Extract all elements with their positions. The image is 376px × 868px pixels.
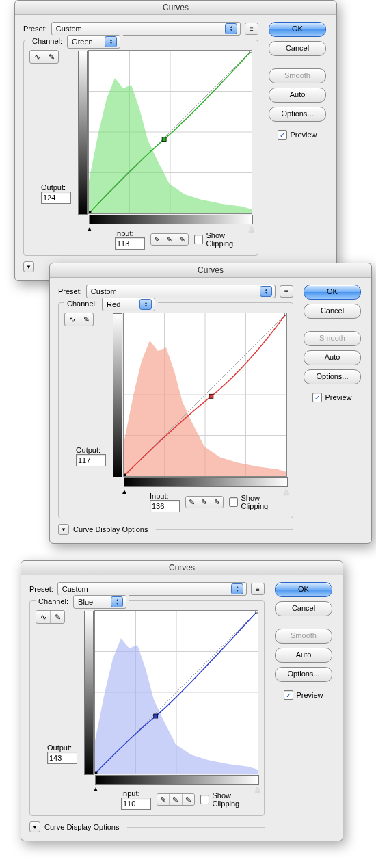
preset-value: Custom bbox=[56, 25, 82, 33]
chevron-updown-icon: ▴▾ bbox=[105, 36, 117, 47]
chevron-updown-icon: ▴▾ bbox=[225, 23, 237, 34]
output-label: Output: bbox=[41, 183, 71, 192]
curve-point-black[interactable] bbox=[95, 772, 97, 774]
options-button[interactable]: Options... bbox=[275, 667, 332, 682]
preset-select[interactable]: Custom ▴▾ bbox=[51, 22, 241, 36]
checkbox-icon bbox=[194, 235, 204, 244]
curve-point-white[interactable] bbox=[250, 51, 252, 53]
channel-value: Blue bbox=[78, 598, 93, 606]
input-field[interactable] bbox=[115, 237, 145, 250]
white-slider-icon[interactable]: △ bbox=[249, 225, 254, 233]
output-label: Output: bbox=[76, 446, 106, 454]
curve-point-tool-icon[interactable]: ∿ bbox=[36, 611, 51, 623]
preview-checkbox[interactable]: ✓ Preview bbox=[284, 690, 323, 700]
auto-button[interactable]: Auto bbox=[275, 648, 332, 663]
divider bbox=[127, 827, 265, 828]
curve-point-white[interactable] bbox=[284, 313, 286, 315]
options-button[interactable]: Options... bbox=[269, 107, 326, 122]
curve-pencil-tool-icon[interactable]: ✎ bbox=[44, 51, 58, 63]
curve-point-black[interactable] bbox=[89, 211, 91, 213]
preset-value: Custom bbox=[62, 585, 88, 593]
channel-select[interactable]: Blue ▴▾ bbox=[73, 595, 126, 609]
white-slider-icon[interactable]: △ bbox=[255, 785, 260, 793]
black-eyedropper-icon[interactable]: ✎ bbox=[186, 497, 198, 508]
curves-dialog-red: Curves Preset: Custom ▴▾ ≡ Channel: Red bbox=[49, 263, 372, 544]
output-gradient bbox=[78, 51, 88, 215]
input-gradient bbox=[124, 477, 288, 487]
preset-menu-button[interactable]: ≡ bbox=[245, 23, 258, 35]
channel-select[interactable]: Red ▴▾ bbox=[102, 298, 155, 311]
curve-point-mid[interactable] bbox=[162, 137, 166, 142]
curve-display-options-disclosure[interactable]: ▼ Curve Display Options bbox=[58, 524, 293, 535]
channel-select[interactable]: Green ▴▾ bbox=[67, 35, 120, 49]
ok-button[interactable]: OK bbox=[304, 285, 361, 300]
preview-checkbox[interactable]: ✓ Preview bbox=[278, 130, 317, 140]
gray-eyedropper-icon[interactable]: ✎ bbox=[170, 794, 182, 805]
preset-select[interactable]: Custom ▴▾ bbox=[57, 582, 247, 596]
gray-eyedropper-icon[interactable]: ✎ bbox=[198, 497, 211, 508]
input-field[interactable] bbox=[150, 500, 180, 512]
cancel-button[interactable]: Cancel bbox=[269, 41, 326, 56]
smooth-button[interactable]: Smooth bbox=[269, 68, 326, 83]
eyedropper-group: ✎ ✎ ✎ bbox=[150, 233, 189, 246]
output-field[interactable] bbox=[76, 454, 106, 466]
ok-button[interactable]: OK bbox=[269, 22, 326, 37]
black-eyedropper-icon[interactable]: ✎ bbox=[157, 794, 170, 805]
white-eyedropper-icon[interactable]: ✎ bbox=[183, 794, 194, 805]
preset-menu-button[interactable]: ≡ bbox=[280, 285, 293, 298]
show-clipping-checkbox[interactable]: Show Clipping bbox=[200, 791, 258, 808]
curve-point-mid[interactable] bbox=[209, 394, 213, 398]
curve-point-tool-icon[interactable]: ∿ bbox=[65, 313, 79, 326]
disclosure-label: Curve Display Options bbox=[44, 823, 119, 831]
white-eyedropper-icon[interactable]: ✎ bbox=[211, 497, 223, 508]
channel-label: Channel: bbox=[38, 597, 68, 605]
preview-checkbox[interactable]: ✓ Preview bbox=[312, 393, 351, 402]
dialog-title: Curves bbox=[50, 263, 371, 278]
curve-tool-group: ∿ ✎ bbox=[64, 313, 94, 326]
smooth-button[interactable]: Smooth bbox=[275, 629, 332, 644]
checkbox-icon bbox=[229, 497, 239, 507]
curve-graph[interactable]: ▲ △ Output: bbox=[94, 610, 258, 774]
black-slider-icon[interactable]: ▲ bbox=[86, 225, 93, 233]
chevron-updown-icon: ▴▾ bbox=[260, 286, 272, 297]
channel-value: Red bbox=[107, 300, 120, 308]
curve-point-black[interactable] bbox=[124, 474, 126, 476]
curve-graph[interactable]: ▲ △ Output: bbox=[123, 313, 287, 477]
curve-pencil-tool-icon[interactable]: ✎ bbox=[51, 611, 64, 623]
curve-graph[interactable]: ▲ △ Output: bbox=[88, 50, 252, 214]
white-slider-icon[interactable]: △ bbox=[284, 488, 289, 495]
cancel-button[interactable]: Cancel bbox=[304, 304, 361, 319]
gray-eyedropper-icon[interactable]: ✎ bbox=[163, 234, 176, 245]
chevron-updown-icon: ▴▾ bbox=[111, 596, 123, 607]
black-slider-icon[interactable]: ▲ bbox=[92, 785, 99, 793]
curve-point-mid[interactable] bbox=[154, 714, 158, 718]
output-field[interactable] bbox=[47, 752, 77, 764]
preset-label: Preset: bbox=[58, 287, 82, 295]
curve-display-options-disclosure[interactable]: ▼ Curve Display Options bbox=[29, 821, 265, 832]
ok-button[interactable]: OK bbox=[275, 582, 332, 597]
curve-point-tool-icon[interactable]: ∿ bbox=[30, 51, 44, 63]
show-clipping-checkbox[interactable]: Show Clipping bbox=[229, 494, 287, 510]
output-field[interactable] bbox=[41, 192, 71, 204]
dialog-title: Curves bbox=[15, 1, 336, 15]
options-button[interactable]: Options... bbox=[304, 369, 361, 384]
white-eyedropper-icon[interactable]: ✎ bbox=[176, 234, 188, 245]
checkbox-icon: ✓ bbox=[312, 393, 322, 402]
input-label: Input: bbox=[121, 789, 151, 798]
dialog-title: Curves bbox=[21, 561, 343, 575]
divider bbox=[156, 529, 293, 530]
preset-menu-button[interactable]: ≡ bbox=[251, 583, 265, 595]
curve-pencil-tool-icon[interactable]: ✎ bbox=[79, 313, 93, 326]
black-eyedropper-icon[interactable]: ✎ bbox=[151, 234, 163, 245]
preset-select[interactable]: Custom ▴▾ bbox=[86, 285, 276, 298]
show-clipping-checkbox[interactable]: Show Clipping bbox=[194, 231, 252, 248]
input-field[interactable] bbox=[121, 798, 151, 810]
chevron-updown-icon: ▴▾ bbox=[139, 299, 152, 310]
cancel-button[interactable]: Cancel bbox=[275, 601, 332, 616]
auto-button[interactable]: Auto bbox=[269, 88, 326, 103]
curve-point-white[interactable] bbox=[256, 611, 258, 613]
smooth-button[interactable]: Smooth bbox=[304, 331, 361, 346]
auto-button[interactable]: Auto bbox=[304, 350, 361, 365]
show-clipping-label: Show Clipping bbox=[212, 791, 258, 808]
black-slider-icon[interactable]: ▲ bbox=[121, 488, 128, 495]
